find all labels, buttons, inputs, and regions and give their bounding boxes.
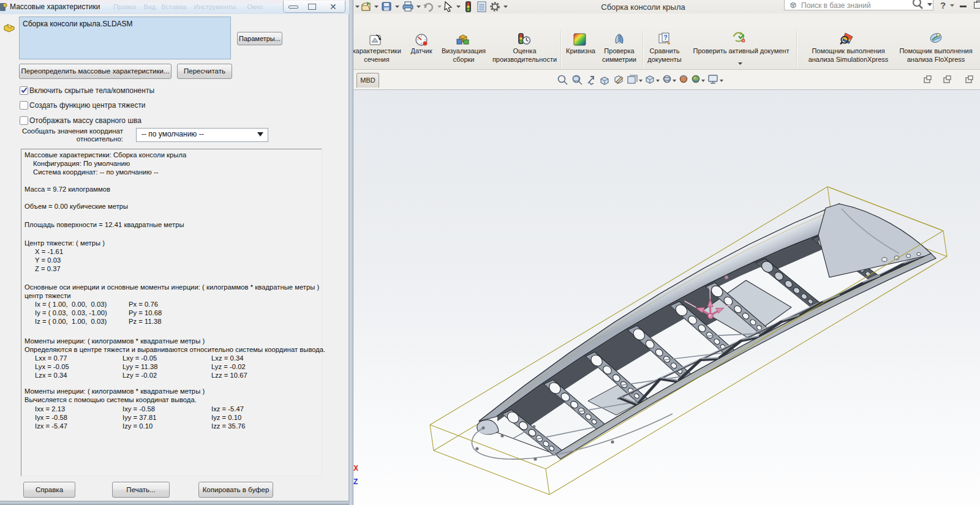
svg-text:?: ? — [663, 34, 667, 41]
